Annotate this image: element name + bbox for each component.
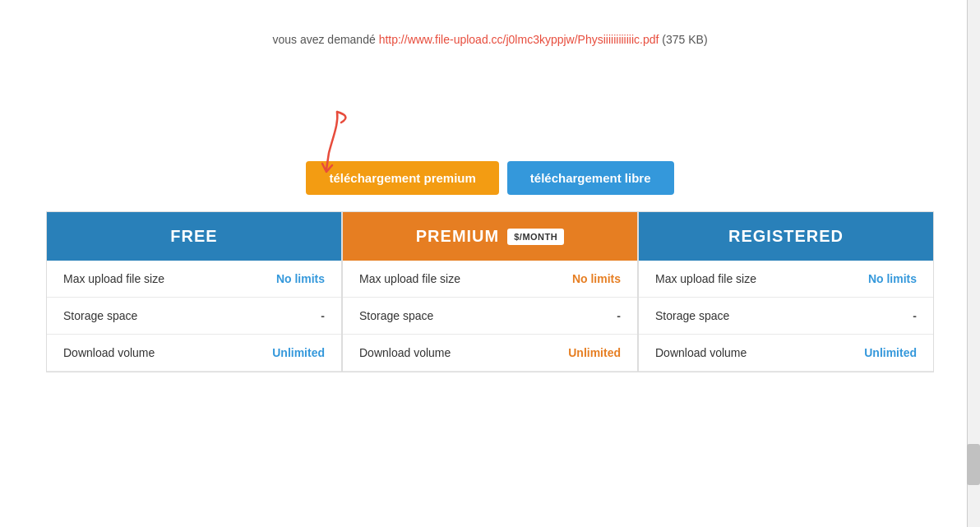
prefix-text: vous avez demandé: [272, 33, 375, 46]
page-container: vous avez demandé http://www.file-upload…: [0, 0, 980, 527]
free-download-button[interactable]: téléchargement libre: [507, 161, 674, 195]
plan-card-free: FREE Max upload file size No limits Stor…: [46, 211, 342, 372]
top-info: vous avez demandé http://www.file-upload…: [0, 0, 980, 62]
plan-card-registered: REGISTERED Max upload file size No limit…: [638, 211, 934, 372]
feature-row-upload-registered: Max upload file size No limits: [639, 261, 933, 298]
feature-row-upload-free: Max upload file size No limits: [47, 261, 341, 298]
file-link[interactable]: http://www.file-upload.cc/j0lmc3kyppjw/P…: [379, 33, 659, 46]
buttons-area: téléchargement premium téléchargement li…: [0, 62, 980, 211]
plan-header-free: FREE: [47, 212, 341, 261]
plan-header-registered: REGISTERED: [639, 212, 933, 261]
plan-features-registered: Max upload file size No limits Storage s…: [639, 261, 933, 372]
plans-section: FREE Max upload file size No limits Stor…: [17, 211, 963, 372]
feature-row-upload-premium: Max upload file size No limits: [343, 261, 637, 298]
scrollbar[interactable]: [967, 0, 980, 527]
plan-features-premium: Max upload file size No limits Storage s…: [343, 261, 637, 372]
feature-row-download-registered: Download volume Unlimited: [639, 335, 933, 372]
feature-row-storage-registered: Storage space -: [639, 298, 933, 335]
feature-row-storage-premium: Storage space -: [343, 298, 637, 335]
feature-row-storage-free: Storage space -: [47, 298, 341, 335]
feature-row-download-premium: Download volume Unlimited: [343, 335, 637, 372]
premium-download-button[interactable]: téléchargement premium: [306, 161, 498, 195]
plan-card-premium: PREMIUM $/MONTH Max upload file size No …: [342, 211, 638, 372]
scrollbar-thumb[interactable]: [967, 444, 980, 485]
feature-row-download-free: Download volume Unlimited: [47, 335, 341, 372]
plan-header-premium: PREMIUM $/MONTH: [343, 212, 637, 261]
plan-features-free: Max upload file size No limits Storage s…: [47, 261, 341, 372]
